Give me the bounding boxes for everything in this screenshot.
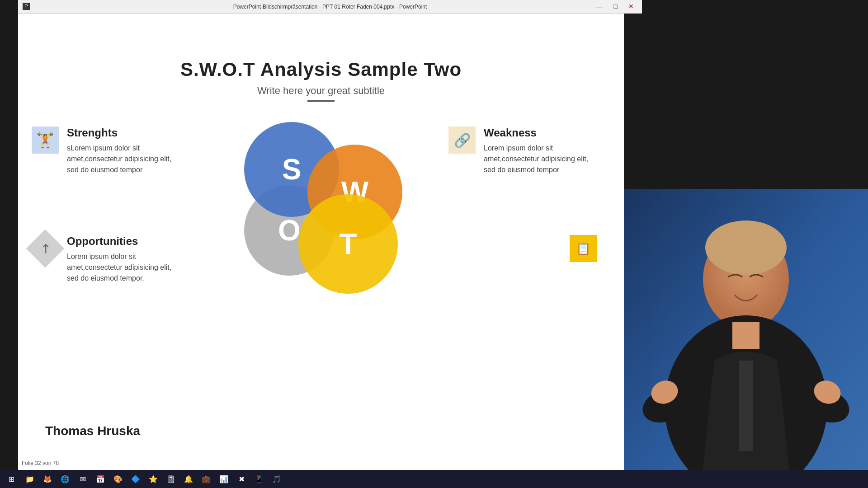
strengths-heading: Strenghts [67,127,180,139]
venn-diagram: S W O T [226,122,416,312]
swot-container: 🏋 Strenghts sLorem ipsum dolor sit amet,… [18,117,624,389]
taskbar-mail[interactable]: ✉ [75,471,91,487]
opportunities-text: Opportunities Lorem ipsum dolor sit amet… [67,235,180,284]
svg-point-2 [705,221,787,275]
threats-icon-partial: 📋 [570,235,597,262]
weakness-block: 🔗 Weakness Lorem ipsum dolor sit amet,co… [448,127,597,175]
taskbar-star[interactable]: ⭐ [145,471,161,487]
titlebar-title: PowerPoint-Bildschirmpräsentation - PPT … [233,4,427,10]
taskbar-firefox[interactable]: 🦊 [39,471,56,487]
right-dark-panel [624,0,868,189]
svg-rect-5 [739,361,753,451]
start-button[interactable]: ⊞ [2,471,20,487]
video-overlay [624,189,868,488]
strengths-text: Strenghts sLorem ipsum dolor sit amet,co… [67,127,180,175]
svg-rect-4 [732,322,760,349]
circle-t: T [298,194,398,294]
presenter-video [624,189,868,488]
taskbar-notifications[interactable]: 🔔 [180,471,197,487]
presentation-area: S.W.O.T Analysis Sample Two Write here y… [18,14,624,470]
taskbar-x[interactable]: ✖ [233,471,250,487]
taskbar-excel[interactable]: 📊 [216,471,232,487]
taskbar-teams[interactable]: 🔷 [127,471,144,487]
taskbar-calendar[interactable]: 📅 [92,471,108,487]
taskbar-paint[interactable]: 🎨 [110,471,126,487]
left-panel [0,0,18,488]
taskbar-music[interactable]: 🎵 [269,471,285,487]
taskbar-chrome[interactable]: 🌐 [57,471,73,487]
slide-indicator: Folie 32 von 78 [18,459,62,468]
close-button[interactable]: ✕ [625,2,637,12]
slide-title: S.W.O.T Analysis Sample Two [45,59,597,80]
strengths-body: sLorem ipsum dolor sit amet,consectetur … [67,143,180,175]
taskbar-onenote[interactable]: 📓 [163,471,179,487]
weakness-icon: 🔗 [448,127,476,154]
presenter-name: Thomas Hruska [45,424,140,438]
presenter-silhouette [624,189,868,488]
app-icon: 🅿 [23,3,30,11]
opportunities-body: Lorem ipsum dolor sit amet,consectetur a… [67,251,180,284]
opportunities-block: ↗ Opportunities Lorem ipsum dolor sit am… [32,235,180,284]
weakness-text: Weakness Lorem ipsum dolor sit amet,cons… [484,127,597,175]
strengths-icon: 🏋 [32,127,59,154]
threats-icon-symbol: 📋 [576,242,590,256]
taskbar-files[interactable]: 📁 [22,471,38,487]
titlebar: 🅿 PowerPoint-Bildschirmpräsentation - PP… [18,0,642,14]
slide-subtitle: Write here your great subtitle [45,85,597,97]
subtitle-underline [307,100,335,102]
taskbar-phone[interactable]: 📱 [251,471,267,487]
opportunities-heading: Opportunities [67,235,180,248]
strengths-block: 🏋 Strenghts sLorem ipsum dolor sit amet,… [32,127,180,175]
weakness-heading: Weakness [484,127,597,139]
weakness-body: Lorem ipsum dolor sit amet,consectetur a… [484,143,597,175]
minimize-button[interactable]: — [592,2,607,12]
maximize-button[interactable]: □ [610,2,621,12]
taskbar[interactable]: ⊞ 📁 🦊 🌐 ✉ 📅 🎨 🔷 ⭐ 📓 🔔 💼 📊 ✖ 📱 🎵 [0,470,868,488]
slide: S.W.O.T Analysis Sample Two Write here y… [18,14,624,470]
opportunities-icon: ↗ [26,230,65,268]
taskbar-work[interactable]: 💼 [198,471,214,487]
